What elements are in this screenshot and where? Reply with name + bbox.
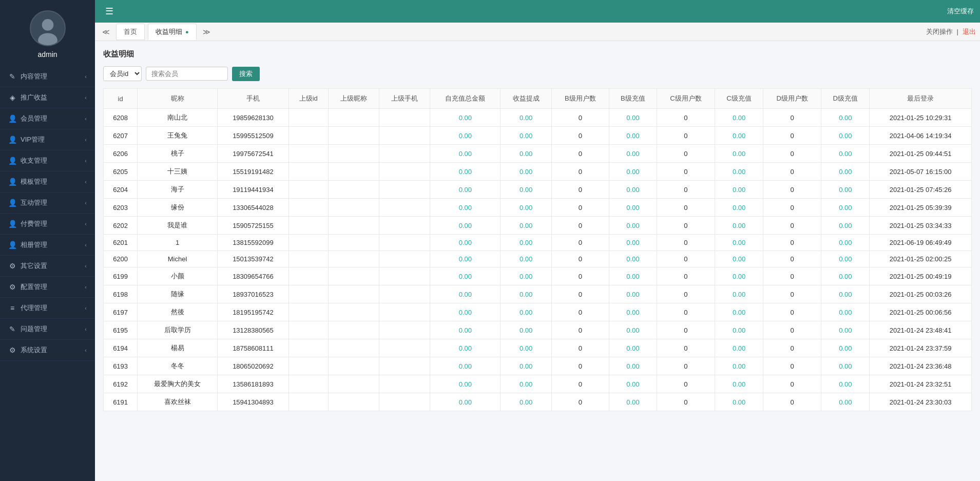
cell-b_users: 0	[551, 235, 609, 251]
cell-parent_id	[289, 127, 328, 145]
search-button[interactable]: 搜索	[232, 67, 260, 81]
tab-forward-button[interactable]: ≫	[200, 27, 214, 37]
cell-b_users: 0	[551, 339, 609, 357]
cell-self_charge: 0.00	[430, 181, 501, 199]
sidebar-item-system[interactable]: ⚙ 系统设置 ‹	[0, 340, 95, 361]
cell-c_users: 0	[657, 163, 715, 181]
cell-self_charge: 0.00	[430, 303, 501, 321]
cell-parent_name	[328, 163, 379, 181]
cell-phone: 15519191482	[217, 163, 289, 181]
cell-commission: 0.00	[501, 375, 551, 393]
tabbar: ≪ 首页 收益明细 ● ≫ 关闭操作 | 退出	[95, 23, 980, 41]
tab-income-detail[interactable]: 收益明细 ●	[148, 24, 197, 40]
issue-icon: ✎	[8, 325, 16, 333]
col-parent-id: 上级id	[289, 89, 328, 109]
cell-b_charge: 0.00	[609, 199, 657, 217]
sidebar-item-promo[interactable]: ◈ 推广收益 ‹	[0, 87, 95, 108]
cell-id: 6201	[104, 235, 138, 251]
cell-id: 6200	[104, 251, 138, 267]
cell-nickname: 小颜	[138, 267, 218, 285]
search-input[interactable]	[146, 67, 228, 81]
sidebar-item-template[interactable]: 👤 模板管理 ‹	[0, 171, 95, 193]
cell-d_charge: 0.00	[821, 251, 870, 267]
cell-parent_phone	[379, 127, 430, 145]
cell-id: 6199	[104, 267, 138, 285]
cell-parent_name	[328, 181, 379, 199]
table-row: 6191喜欢丝袜159413048930.000.0000.0000.0000.…	[104, 393, 972, 411]
col-d-users: D级用户数	[763, 89, 821, 109]
sidebar-item-album[interactable]: 👤 相册管理 ‹	[0, 235, 95, 256]
cell-parent_id	[289, 339, 328, 357]
cell-c_charge: 0.00	[715, 127, 763, 145]
cell-d_charge: 0.00	[821, 163, 870, 181]
cell-parent_id	[289, 181, 328, 199]
table-row: 6192最爱胸大的美女135861818930.000.0000.0000.00…	[104, 375, 972, 393]
sidebar-item-member[interactable]: 👤 会员管理 ‹	[0, 108, 95, 129]
cell-self_charge: 0.00	[430, 339, 501, 357]
cell-b_users: 0	[551, 163, 609, 181]
cell-d_users: 0	[763, 181, 821, 199]
tab-back-button[interactable]: ≪	[99, 27, 113, 37]
table-row: 6199小颜183096547660.000.0000.0000.0000.00…	[104, 267, 972, 285]
sidebar-item-config[interactable]: ⚙ 配置管理 ‹	[0, 277, 95, 298]
cell-b_users: 0	[551, 127, 609, 145]
cell-parent_name	[328, 145, 379, 163]
cell-c_charge: 0.00	[715, 217, 763, 235]
cell-self_charge: 0.00	[430, 163, 501, 181]
cell-nickname: 最爱胸大的美女	[138, 375, 218, 393]
cell-c_users: 0	[657, 267, 715, 285]
cell-c_charge: 0.00	[715, 199, 763, 217]
cell-d_charge: 0.00	[821, 285, 870, 303]
cell-d_users: 0	[763, 303, 821, 321]
cell-d_charge: 0.00	[821, 145, 870, 163]
cell-parent_phone	[379, 217, 430, 235]
sidebar-item-interact[interactable]: 👤 互动管理 ‹	[0, 193, 95, 214]
cell-b_charge: 0.00	[609, 357, 657, 375]
logout-button[interactable]: 退出	[963, 27, 976, 36]
cell-nickname: 然後	[138, 303, 218, 321]
col-b-users: B级用户数	[551, 89, 609, 109]
cell-c_charge: 0.00	[715, 109, 763, 127]
cell-b_users: 0	[551, 285, 609, 303]
other-icon: ⚙	[8, 262, 16, 270]
cell-c_charge: 0.00	[715, 145, 763, 163]
cell-c_charge: 0.00	[715, 251, 763, 267]
table-body: 6208南山北198596281300.000.0000.0000.0000.0…	[104, 109, 972, 411]
menu-toggle-button[interactable]: ☰	[101, 4, 118, 19]
sidebar-item-agent[interactable]: ≡ 代理管理 ‹	[0, 298, 95, 319]
sidebar-item-issue[interactable]: ✎ 问题管理 ‹	[0, 319, 95, 340]
cell-parent_phone	[379, 267, 430, 285]
chevron-right-icon-11: ‹	[85, 284, 87, 290]
cell-b_charge: 0.00	[609, 321, 657, 339]
cell-id: 6202	[104, 217, 138, 235]
tab-close-icon[interactable]: ●	[185, 29, 189, 35]
cell-phone: 13815592099	[217, 235, 289, 251]
cell-commission: 0.00	[501, 199, 551, 217]
cell-parent_phone	[379, 303, 430, 321]
sidebar-item-payment[interactable]: 👤 付费管理 ‹	[0, 214, 95, 235]
cell-c_charge: 0.00	[715, 393, 763, 411]
cell-c_users: 0	[657, 339, 715, 357]
cell-commission: 0.00	[501, 339, 551, 357]
cell-commission: 0.00	[501, 109, 551, 127]
chevron-right-icon-13: ‹	[85, 326, 87, 332]
cell-d_users: 0	[763, 163, 821, 181]
cell-d_users: 0	[763, 285, 821, 303]
tab-home[interactable]: 首页	[116, 24, 145, 40]
member-filter-select[interactable]: 会员id	[103, 66, 142, 81]
sidebar-item-finance[interactable]: 👤 收支管理 ‹	[0, 150, 95, 171]
cell-nickname: 随缘	[138, 285, 218, 303]
cell-b_charge: 0.00	[609, 235, 657, 251]
cell-d_users: 0	[763, 145, 821, 163]
cell-parent_name	[328, 217, 379, 235]
cell-parent_phone	[379, 181, 430, 199]
cell-d_charge: 0.00	[821, 267, 870, 285]
cell-last_login: 2021-01-24 23:37:59	[870, 339, 972, 357]
cell-commission: 0.00	[501, 303, 551, 321]
close-operations-button[interactable]: 关闭操作	[926, 27, 953, 36]
clear-cache-button[interactable]: 清空缓存	[947, 7, 974, 16]
sidebar-item-vip[interactable]: 👤 VIP管理 ‹	[0, 129, 95, 150]
cell-c_charge: 0.00	[715, 339, 763, 357]
sidebar-item-other[interactable]: ⚙ 其它设置 ‹	[0, 256, 95, 277]
sidebar-item-content[interactable]: ✎ 内容管理 ‹	[0, 66, 95, 87]
